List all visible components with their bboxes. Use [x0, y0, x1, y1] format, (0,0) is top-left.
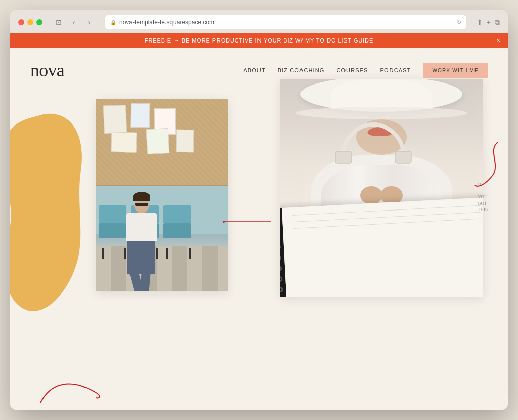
traffic-lights: [18, 19, 42, 25]
nav-biz-coaching[interactable]: BIZ COACHING: [278, 67, 325, 73]
browser-window: ⊡ ‹ › 🔒 nova-template-fe.squarespace.com…: [10, 10, 508, 410]
lock-icon: 🔒: [110, 20, 116, 25]
website-content: FREEBIE → BE MORE PRODUCTIVE IN YOUR BIZ…: [10, 33, 508, 410]
red-curve-left: [40, 372, 101, 410]
announcement-close-button[interactable]: ×: [496, 36, 501, 45]
svg-point-1: [223, 221, 225, 223]
quote-line-1: YOU: [478, 194, 488, 199]
duplicate-button[interactable]: ⧉: [495, 18, 500, 27]
browser-actions: ⬆ + ⧉: [477, 18, 500, 27]
browser-controls: ⊡ ‹ › 🔒 nova-template-fe.squarespace.com…: [18, 15, 500, 29]
right-hero-photo: [280, 79, 483, 297]
chair-1: [99, 205, 129, 248]
paper-6: [176, 130, 194, 153]
nav-links: ABOUT BIZ COACHING COURSES PODCAST WORK …: [243, 63, 488, 78]
quote-line-3: THIS: [478, 207, 488, 212]
new-tab-button[interactable]: +: [487, 18, 491, 26]
headphones-notebook-image: [280, 79, 483, 297]
nav-about[interactable]: ABOUT: [243, 67, 265, 73]
hat-frill: [295, 107, 467, 119]
paper-2: [131, 103, 150, 128]
floor: [96, 246, 228, 291]
quote-mark: ": [478, 180, 498, 193]
notebook: [280, 197, 483, 297]
site-logo[interactable]: nova: [30, 60, 64, 81]
reload-button[interactable]: ↻: [457, 19, 461, 26]
paper-4: [111, 132, 137, 153]
chairs: [96, 205, 228, 248]
minimize-traffic-light[interactable]: [27, 19, 33, 25]
svg-rect-3: [395, 151, 411, 163]
share-icon[interactable]: ⬆: [477, 18, 483, 26]
side-quote: " YOU GOT THIS: [478, 180, 498, 213]
paper-5: [146, 128, 170, 154]
close-traffic-light[interactable]: [18, 19, 24, 25]
url-text: nova-template-fe.squarespace.com: [119, 19, 214, 26]
orange-blob-decoration: [10, 104, 86, 322]
address-bar[interactable]: 🔒 nova-template-fe.squarespace.com ↻: [105, 15, 466, 29]
nav-courses[interactable]: COURSES: [336, 67, 368, 73]
red-connector-line: [223, 217, 273, 226]
forward-button[interactable]: ›: [83, 16, 95, 28]
notebook-page: [282, 197, 483, 297]
nav-podcast[interactable]: PODCAST: [380, 67, 411, 73]
browser-nav: ⊡ ‹ ›: [53, 16, 95, 28]
svg-rect-2: [335, 151, 352, 163]
headphones: [333, 122, 414, 170]
corkboard: [96, 99, 228, 186]
back-button[interactable]: ‹: [68, 16, 80, 28]
quote-line-2: GOT: [478, 201, 487, 206]
main-content: " YOU GOT THIS: [10, 89, 508, 410]
paper-1: [103, 105, 127, 134]
fullscreen-traffic-light[interactable]: [36, 19, 42, 25]
announcement-banner: FREEBIE → BE MORE PRODUCTIVE IN YOUR BIZ…: [10, 33, 508, 48]
browser-chrome: ⊡ ‹ › 🔒 nova-template-fe.squarespace.com…: [10, 10, 508, 33]
window-icon[interactable]: ⊡: [53, 16, 65, 28]
announcement-text: FREEBIE → BE MORE PRODUCTIVE IN YOUR BIZ…: [145, 37, 373, 44]
waiting-room-image: [96, 99, 228, 291]
left-hero-photo: [96, 99, 228, 291]
svg-point-4: [360, 186, 382, 204]
site-nav: nova ABOUT BIZ COACHING COURSES PODCAST …: [10, 48, 508, 89]
chair-3: [163, 205, 194, 248]
work-with-me-button[interactable]: WORK WITH ME: [423, 63, 488, 78]
